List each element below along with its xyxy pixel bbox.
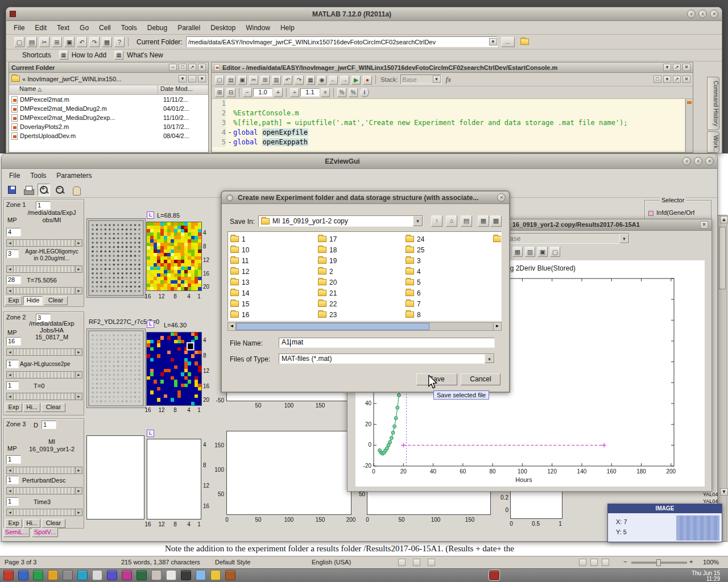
dialog-close-button[interactable] (497, 193, 506, 202)
file-row[interactable]: DMPexcel2mat.m11/11/2... (9, 95, 208, 104)
print-icon[interactable] (22, 184, 34, 196)
undock-icon[interactable] (179, 64, 187, 71)
scroll-up-button[interactable] (720, 216, 728, 223)
folder-item[interactable]: 6 (403, 288, 491, 298)
info-icon[interactable]: i (360, 88, 369, 97)
active-app-icon[interactable] (489, 570, 499, 580)
taskbar-app-icon[interactable] (210, 570, 221, 580)
folder-item[interactable]: 17 (316, 234, 403, 244)
slider-decrement[interactable] (6, 287, 14, 294)
taskbar-app-icon[interactable] (63, 570, 73, 580)
combo-dropdown-icon[interactable]: ▾ (619, 234, 629, 243)
path-dropdown-icon[interactable] (489, 38, 497, 45)
folder-item[interactable]: 7 (403, 298, 491, 309)
slider-track[interactable] (14, 371, 75, 379)
matlab-menu-cell[interactable]: Cell (94, 22, 116, 34)
cell-mode-icon[interactable]: ⊞ (215, 88, 224, 97)
matlab-menu-text[interactable]: Text (52, 22, 75, 34)
matlab-menu-debug[interactable]: Debug (142, 22, 172, 34)
time-index-field[interactable]: 28 (6, 276, 21, 284)
editor-layout-icon[interactable] (653, 76, 661, 83)
slider-decrement[interactable] (6, 371, 14, 379)
image-window-titlebar[interactable]: IMAGE (608, 504, 722, 513)
hide-button[interactable]: Hi... (23, 403, 40, 412)
stack-dropdown-icon[interactable] (433, 76, 441, 83)
workspace-tab[interactable]: Work... (707, 131, 719, 153)
spotview-button[interactable]: SpotV... (32, 528, 58, 537)
taskbar-app-icon[interactable] (77, 570, 88, 580)
column-header-date[interactable]: Date Mod... (158, 85, 193, 94)
folder-item[interactable]: 22 (316, 298, 403, 309)
book-view-icon[interactable] (602, 559, 609, 566)
cell-percent-icon[interactable]: % (337, 88, 346, 97)
ezview-menu-parameters[interactable]: Parameters (51, 170, 97, 181)
open-file-icon[interactable]: ▤ (27, 37, 37, 47)
folder-item[interactable]: 4 (403, 266, 491, 277)
code-line[interactable]: 4-global openExpfile (212, 128, 685, 138)
media-index-field[interactable]: 1 (6, 360, 19, 368)
export-icon[interactable]: ▢ (550, 247, 560, 257)
status-word-count[interactable]: 215 words, 1,387 characters (121, 559, 200, 566)
taskbar-app-icon[interactable] (18, 570, 28, 580)
folder-item[interactable]: 20 (316, 277, 403, 288)
ezview-menu-file[interactable]: File (4, 170, 25, 181)
file-row[interactable]: DMPexcel2mat_MediaDrug2exp...11/10/2... (9, 113, 208, 122)
taskbar-app-icon[interactable] (3, 570, 14, 580)
folder-item[interactable]: 24 (403, 234, 491, 244)
folder-item[interactable]: 25 (403, 244, 491, 255)
colorbar-toggle-icon[interactable]: L (147, 430, 154, 437)
copy-icon[interactable]: ⊞ (260, 76, 270, 85)
folder-item[interactable]: 18 (316, 244, 403, 255)
plot-bottom-left[interactable] (226, 431, 351, 515)
taskbar-app-icon[interactable] (122, 570, 132, 580)
colorbar-toggle-icon[interactable]: L (147, 211, 154, 219)
perturbant-slider[interactable] (6, 487, 82, 494)
plate-index-field[interactable]: 16 (6, 337, 21, 346)
selection-mode-icon[interactable] (413, 559, 420, 566)
heatmap-zone1[interactable] (146, 222, 202, 291)
paste-icon[interactable]: ▣ (64, 37, 75, 47)
editor-header[interactable]: Editor - /media/data/EASY/InovImager_jwr… (212, 63, 693, 73)
matlab-menu-parallel[interactable]: Parallel (172, 22, 205, 34)
taskbar-app-icon[interactable] (107, 570, 117, 580)
plot-view-icon[interactable]: ▥ (525, 247, 535, 257)
taskbar-app-icon[interactable] (151, 570, 162, 580)
details-view-icon[interactable]: ▩ (490, 215, 502, 227)
folder-item[interactable]: 1 (228, 234, 316, 244)
simulink-icon[interactable]: ▦ (102, 37, 112, 47)
files-of-type-select[interactable]: MAT-files (*.mat) ▾ (279, 354, 495, 364)
semilog-button[interactable]: SemiL... (3, 528, 30, 537)
insert-mode-icon[interactable] (398, 559, 406, 566)
slider-increment[interactable] (75, 287, 82, 294)
slider-decrement[interactable] (6, 467, 14, 474)
close-panel-icon[interactable] (198, 64, 206, 71)
multi-page-view-icon[interactable] (590, 559, 598, 566)
file-row[interactable]: DMPexcel2mat_MediaDrug2.m04/01/2... (9, 104, 208, 113)
legend-entry[interactable]: YAL044W-A- (703, 491, 718, 498)
scroll-left-arrow[interactable]: ◄ (228, 323, 236, 330)
folder-item[interactable]: 2 (316, 266, 403, 277)
zoom-in-icon[interactable]: + (38, 184, 50, 196)
editor-menu-icon[interactable] (663, 64, 671, 71)
multiply-value-button[interactable]: × (321, 88, 330, 97)
back-icon[interactable]: ← (329, 76, 338, 85)
new-folder-icon[interactable]: ▤ (461, 215, 472, 227)
combo-dropdown-icon[interactable]: ▾ (413, 216, 423, 226)
slider-track[interactable] (14, 239, 75, 247)
maximize-button[interactable] (694, 157, 702, 165)
folder-item[interactable]: 10 (228, 244, 316, 255)
taskbar-app-icon[interactable] (196, 570, 206, 580)
folder-item[interactable]: 8 (403, 309, 491, 320)
cell-divider-icon[interactable]: ⊟ (226, 88, 235, 97)
stack-combo[interactable]: Base (400, 74, 441, 84)
folder-item[interactable]: 13 (228, 277, 316, 288)
document-modified-icon[interactable] (428, 559, 435, 566)
paste-icon[interactable]: ▥ (272, 76, 281, 85)
home-icon[interactable]: ⌂ (446, 215, 457, 227)
time-index-field[interactable]: 1 (6, 381, 19, 390)
clear-button[interactable]: Clear (42, 403, 65, 412)
plate-photo-zone2[interactable] (86, 329, 146, 408)
search-icon[interactable]: ◌ (188, 75, 196, 82)
folder-item[interactable]: 3 (403, 255, 491, 266)
editor-layout-dropdown-icon[interactable] (663, 76, 671, 83)
